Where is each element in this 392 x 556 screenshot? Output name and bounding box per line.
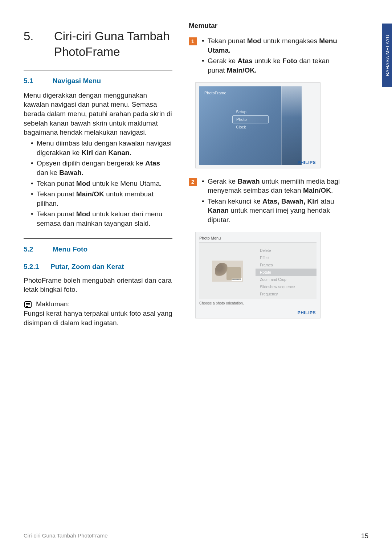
section-5-1-heading: 5.1 Navigasi Menu — [24, 77, 172, 85]
list-item: Gerak ke Atas untuk ke Foto dan tekan pu… — [202, 56, 345, 75]
step-1: 1 Tekan punat Mod untuk mengakses Menu U… — [189, 36, 345, 77]
page-footer: Ciri-ciri Guna Tambah PhotoFrame 15 — [24, 532, 368, 540]
figure-photo-menu: Photo Menu PHILIPS DeleteEffectFramesRot… — [195, 232, 345, 318]
figure1-menu-item: Photo — [232, 115, 269, 123]
list-item: Tekan kekunci ke Atas, Bawah, Kiri atau … — [202, 197, 345, 225]
rule — [24, 238, 172, 239]
step-2: 2 Gerak ke Bawah untuk memilih media bag… — [189, 177, 345, 226]
rule — [24, 22, 172, 22]
note-label: Makluman: — [36, 300, 70, 308]
list-item: Gerak ke Bawah untuk memilih media bagi … — [202, 177, 345, 195]
brand-logo: PHILIPS — [298, 160, 316, 165]
note-text: Fungsi kerat hanya terpakai untuk foto a… — [24, 309, 172, 327]
figure-photoframe-menu: PhotoFrame SetupPhotoClock PHILIPS — [195, 82, 345, 168]
list-item: Tekan punat Mod untuk ke Menu Utama. — [31, 179, 172, 188]
section-5-1-list: Menu diimbas lalu dengan kawalan navigas… — [24, 139, 172, 228]
section-5-2-1-heading: 5.2.1 Putar, Zoom dan Kerat — [24, 263, 172, 271]
figure1-title: PhotoFrame — [199, 86, 302, 95]
section-title: Navigasi Menu — [53, 77, 101, 85]
figure2-menu-item: Frequency — [256, 290, 317, 298]
section-5-2-heading: 5.2 Menu Foto — [24, 245, 172, 253]
section-5-2-1-paragraph: PhotoFrame boleh mengubah orientasi dan … — [24, 276, 172, 294]
subsection-title: Putar, Zoom dan Kerat — [50, 263, 124, 271]
list-item: Opsyen dipilih dengan bergerak ke Atas d… — [31, 159, 172, 177]
figure2-title: Photo Menu — [199, 236, 317, 240]
right-column-heading: Memutar — [189, 22, 345, 30]
subsection-number: 5.2.1 — [24, 263, 44, 271]
rule — [24, 70, 172, 70]
section-number: 5.2 — [24, 245, 42, 253]
thumbnail-brand: PHILIPS — [232, 278, 241, 281]
figure2-menu-item: Frames — [256, 261, 317, 269]
figure1-menu-item: Setup — [232, 108, 269, 115]
figure2-thumbnail: PHILIPS — [212, 261, 243, 282]
figure2-hint: Choose a photo orientation. — [199, 299, 317, 305]
section-number: 5.1 — [24, 77, 42, 85]
figure2-menu-item: Zoom and Crop — [256, 276, 317, 283]
note-row: Makluman: — [24, 300, 172, 309]
chapter-heading: 5. Ciri-ciri Guna Tambah PhotoFrame — [24, 29, 172, 60]
language-side-tab: BAHASA MELAYU — [382, 24, 392, 87]
page-content: 5. Ciri-ciri Guna Tambah PhotoFrame 5.1 … — [0, 0, 392, 347]
footer-chapter-title: Ciri-ciri Guna Tambah PhotoFrame — [24, 532, 107, 540]
list-item: Tekan punat Mod untuk keluar dari menu s… — [31, 209, 172, 228]
list-item: Menu diimbas lalu dengan kawalan navigas… — [31, 139, 172, 157]
section-5-1-paragraph: Menu digerakkan dengan menggunakan kawal… — [24, 91, 172, 137]
figure2-menu-item: Slideshow sequence — [256, 283, 317, 290]
figure2-menu-item: Rotate — [256, 269, 317, 276]
right-column: Memutar 1 Tekan punat Mod untuk mengakse… — [189, 22, 345, 329]
list-item: Tekan punat Mod untuk mengakses Menu Uta… — [202, 36, 345, 55]
step-number-badge: 1 — [189, 37, 197, 45]
left-column: 5. Ciri-ciri Guna Tambah PhotoFrame 5.1 … — [24, 22, 172, 329]
chapter-title: Ciri-ciri Guna Tambah PhotoFrame — [54, 29, 172, 60]
page-number: 15 — [361, 532, 368, 540]
step-number-badge: 2 — [189, 178, 197, 186]
chapter-number: 5. — [24, 29, 42, 60]
figure1-menu-item: Clock — [232, 123, 269, 131]
brand-logo: PHILIPS — [298, 310, 316, 315]
figure2-menu-item: Delete — [256, 247, 317, 254]
section-title: Menu Foto — [53, 245, 87, 253]
list-item: Tekan punat Main/OK untuk membuat piliha… — [31, 189, 172, 208]
figure2-menu-item: Effect — [256, 254, 317, 261]
note-icon — [24, 300, 32, 309]
